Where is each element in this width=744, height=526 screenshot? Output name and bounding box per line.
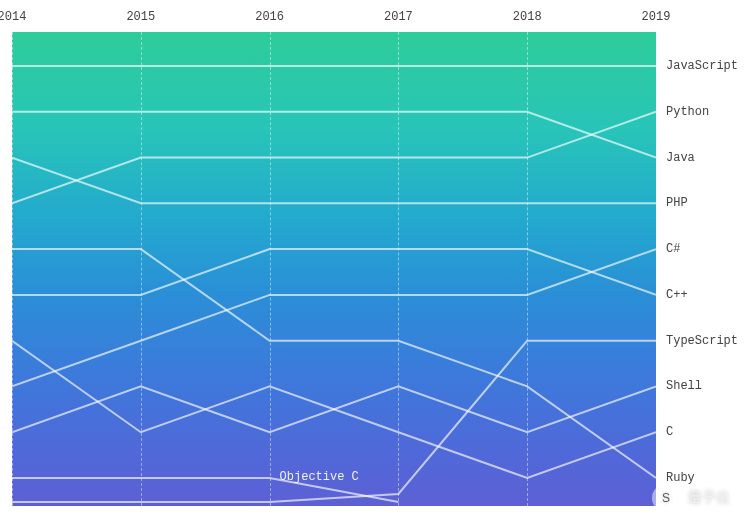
series-line xyxy=(12,112,656,158)
x-axis-tick-label: 2019 xyxy=(642,10,671,24)
grid-line xyxy=(398,32,399,506)
series-end-label: C# xyxy=(666,242,680,256)
x-axis-tick-label: 2017 xyxy=(384,10,413,24)
x-axis: 201420152016201720182019 xyxy=(12,10,732,30)
series-line xyxy=(12,249,656,386)
series-end-label: C++ xyxy=(666,288,688,302)
x-axis-tick-label: 2014 xyxy=(0,10,26,24)
series-end-label: Python xyxy=(666,105,709,119)
series-end-label: JavaScript xyxy=(666,59,738,73)
rank-lines xyxy=(12,32,656,506)
grid-line xyxy=(12,32,13,506)
series-end-label: Ruby xyxy=(666,471,695,485)
x-axis-tick-label: 2016 xyxy=(255,10,284,24)
series-end-label: Shell xyxy=(666,379,702,393)
series-line xyxy=(12,158,656,204)
wechat-icon-glyph: S xyxy=(662,491,670,505)
grid-line xyxy=(141,32,142,506)
series-end-label: C xyxy=(666,425,673,439)
series-inline-label: Objective C xyxy=(280,470,359,484)
series-end-label: PHP xyxy=(666,196,688,210)
chart-container: 201420152016201720182019 Objective C Jav… xyxy=(0,0,744,526)
watermark: S 量子位 xyxy=(652,484,730,512)
grid-line xyxy=(270,32,271,506)
series-line xyxy=(12,112,656,204)
chart-wrap: 201420152016201720182019 Objective C Jav… xyxy=(12,10,732,510)
series-end-label: TypeScript xyxy=(666,334,738,348)
series-end-label: Java xyxy=(666,151,695,165)
watermark-text: 量子位 xyxy=(688,489,730,507)
x-axis-tick-label: 2018 xyxy=(513,10,542,24)
plot-area: Objective C xyxy=(12,32,656,506)
x-axis-tick-label: 2015 xyxy=(126,10,155,24)
wechat-icon: S xyxy=(652,484,680,512)
grid-line xyxy=(527,32,528,506)
right-labels: JavaScriptPythonJavaPHPC#C++TypeScriptSh… xyxy=(666,32,744,506)
series-line xyxy=(12,249,656,295)
